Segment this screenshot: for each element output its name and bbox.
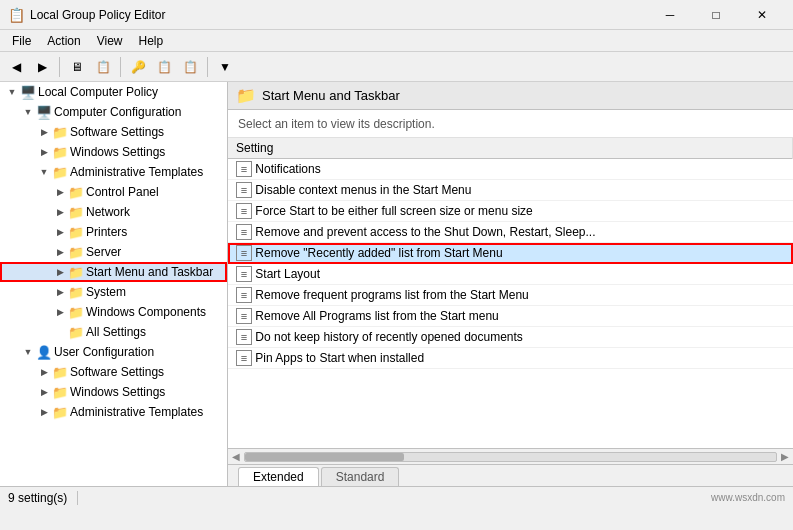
menu-file[interactable]: File — [4, 32, 39, 50]
tree-expander-windows-components[interactable]: ▶ — [52, 304, 68, 320]
close-button[interactable]: ✕ — [739, 0, 785, 30]
setting-label-pin-apps-to-start: Pin Apps to Start when installed — [252, 351, 424, 365]
forward-button[interactable]: ▶ — [30, 55, 54, 79]
tree-expander-local-computer-policy[interactable]: ▼ — [4, 84, 20, 100]
panel-header-title: Start Menu and Taskbar — [262, 88, 400, 103]
tree-expander-software-settings[interactable]: ▶ — [36, 124, 52, 140]
tree-item-all-settings[interactable]: 📁All Settings — [0, 322, 227, 342]
scroll-left-btn[interactable]: ◀ — [232, 451, 240, 462]
tree-item-windows-components[interactable]: ▶📁Windows Components — [0, 302, 227, 322]
setting-column-header: Setting — [228, 138, 793, 159]
table-row[interactable]: ≡ Force Start to be either full screen s… — [228, 201, 793, 222]
tree-label-server: Server — [86, 245, 121, 259]
table-row[interactable]: ≡ Notifications — [228, 159, 793, 180]
tree-item-control-panel[interactable]: ▶📁Control Panel — [0, 182, 227, 202]
tree-pane[interactable]: ▼🖥️Local Computer Policy▼🖥️Computer Conf… — [0, 82, 228, 486]
panel-header-icon: 📁 — [236, 86, 256, 105]
tree-expander-all-settings[interactable] — [52, 324, 68, 340]
table-row[interactable]: ≡ Remove and prevent access to the Shut … — [228, 222, 793, 243]
tree-icon-computer-configuration: 🖥️ — [36, 104, 52, 120]
tree-expander-user-configuration[interactable]: ▼ — [20, 344, 36, 360]
setting-label-start-layout: Start Layout — [252, 267, 320, 281]
tree-expander-printers[interactable]: ▶ — [52, 224, 68, 240]
status-divider — [77, 491, 78, 505]
settings-table: Setting ≡ Notifications≡ Disable context… — [228, 138, 793, 369]
menu-action[interactable]: Action — [39, 32, 88, 50]
tree-expander-windows-settings-user[interactable]: ▶ — [36, 384, 52, 400]
horizontal-scrollbar[interactable] — [244, 452, 777, 462]
table-row[interactable]: ≡ Pin Apps to Start when installed — [228, 348, 793, 369]
tree-expander-control-panel[interactable]: ▶ — [52, 184, 68, 200]
tree-expander-windows-settings[interactable]: ▶ — [36, 144, 52, 160]
tree-expander-administrative-templates[interactable]: ▼ — [36, 164, 52, 180]
tree-item-administrative-templates[interactable]: ▼📁Administrative Templates — [0, 162, 227, 182]
tree-label-administrative-templates-user: Administrative Templates — [70, 405, 203, 419]
settings-count: 9 setting(s) — [8, 491, 67, 505]
tree-item-windows-settings[interactable]: ▶📁Windows Settings — [0, 142, 227, 162]
setting-icon-remove-shutdown-access: ≡ — [236, 224, 252, 240]
title-bar-left: 📋 Local Group Policy Editor — [8, 7, 165, 23]
maximize-button[interactable]: □ — [693, 0, 739, 30]
tree-item-start-menu-taskbar[interactable]: ▶📁Start Menu and Taskbar — [0, 262, 227, 282]
table-row[interactable]: ≡ Disable context menus in the Start Men… — [228, 180, 793, 201]
tree-icon-all-settings: 📁 — [68, 324, 84, 340]
tree-item-software-settings-user[interactable]: ▶📁Software Settings — [0, 362, 227, 382]
tree-label-local-computer-policy: Local Computer Policy — [38, 85, 158, 99]
tree-expander-software-settings-user[interactable]: ▶ — [36, 364, 52, 380]
tree-item-server[interactable]: ▶📁Server — [0, 242, 227, 262]
scroll-right-btn[interactable]: ▶ — [781, 451, 789, 462]
tree-container: ▼🖥️Local Computer Policy▼🖥️Computer Conf… — [0, 82, 227, 422]
tree-item-network[interactable]: ▶📁Network — [0, 202, 227, 222]
tree-item-user-configuration[interactable]: ▼👤User Configuration — [0, 342, 227, 362]
setting-icon-remove-all-programs: ≡ — [236, 308, 252, 324]
setting-icon-pin-apps-to-start: ≡ — [236, 350, 252, 366]
back-button[interactable]: ◀ — [4, 55, 28, 79]
tree-expander-server[interactable]: ▶ — [52, 244, 68, 260]
menu-help[interactable]: Help — [131, 32, 172, 50]
menu-view[interactable]: View — [89, 32, 131, 50]
properties-button[interactable]: 🔑 — [126, 55, 150, 79]
setting-cell-pin-apps-to-start: ≡ Pin Apps to Start when installed — [228, 348, 793, 369]
tree-item-computer-configuration[interactable]: ▼🖥️Computer Configuration — [0, 102, 227, 122]
filter-button[interactable]: ▼ — [213, 55, 237, 79]
tree-item-administrative-templates-user[interactable]: ▶📁Administrative Templates — [0, 402, 227, 422]
table-row[interactable]: ≡ Remove frequent programs list from the… — [228, 285, 793, 306]
setting-cell-remove-shutdown-access: ≡ Remove and prevent access to the Shut … — [228, 222, 793, 243]
tree-expander-administrative-templates-user[interactable]: ▶ — [36, 404, 52, 420]
export-button[interactable]: 📋 — [178, 55, 202, 79]
folder-up-button[interactable]: 📋 — [91, 55, 115, 79]
tree-label-software-settings: Software Settings — [70, 125, 164, 139]
setting-icon-start-layout: ≡ — [236, 266, 252, 282]
minimize-button[interactable]: ─ — [647, 0, 693, 30]
show-hide-button[interactable]: 🖥 — [65, 55, 89, 79]
settings-pane[interactable]: Setting ≡ Notifications≡ Disable context… — [228, 138, 793, 448]
tab-standard[interactable]: Standard — [321, 467, 400, 486]
scrollbar-thumb — [245, 453, 404, 461]
tab-extended[interactable]: Extended — [238, 467, 319, 486]
tree-expander-system[interactable]: ▶ — [52, 284, 68, 300]
table-row[interactable]: ≡ Start Layout — [228, 264, 793, 285]
tree-item-printers[interactable]: ▶📁Printers — [0, 222, 227, 242]
toolbar-separator-1 — [59, 57, 60, 77]
tree-icon-software-settings-user: 📁 — [52, 364, 68, 380]
tree-expander-start-menu-taskbar[interactable]: ▶ — [52, 264, 68, 280]
tree-item-windows-settings-user[interactable]: ▶📁Windows Settings — [0, 382, 227, 402]
table-row[interactable]: ≡ Remove "Recently added" list from Star… — [228, 243, 793, 264]
tree-icon-network: 📁 — [68, 204, 84, 220]
tree-item-software-settings[interactable]: ▶📁Software Settings — [0, 122, 227, 142]
tree-icon-windows-components: 📁 — [68, 304, 84, 320]
horizontal-scrollbar-area[interactable]: ◀ ▶ — [228, 448, 793, 464]
table-row[interactable]: ≡ Remove All Programs list from the Star… — [228, 306, 793, 327]
table-row[interactable]: ≡ Do not keep history of recently opened… — [228, 327, 793, 348]
help-button[interactable]: 📋 — [152, 55, 176, 79]
setting-cell-remove-recently-added: ≡ Remove "Recently added" list from Star… — [228, 243, 793, 264]
tree-item-local-computer-policy[interactable]: ▼🖥️Local Computer Policy — [0, 82, 227, 102]
toolbar: ◀ ▶ 🖥 📋 🔑 📋 📋 ▼ — [0, 52, 793, 82]
app-icon: 📋 — [8, 7, 24, 23]
tree-label-windows-components: Windows Components — [86, 305, 206, 319]
tree-expander-network[interactable]: ▶ — [52, 204, 68, 220]
tree-expander-computer-configuration[interactable]: ▼ — [20, 104, 36, 120]
setting-icon-notifications: ≡ — [236, 161, 252, 177]
tree-item-system[interactable]: ▶📁System — [0, 282, 227, 302]
tree-label-start-menu-taskbar: Start Menu and Taskbar — [86, 265, 213, 279]
